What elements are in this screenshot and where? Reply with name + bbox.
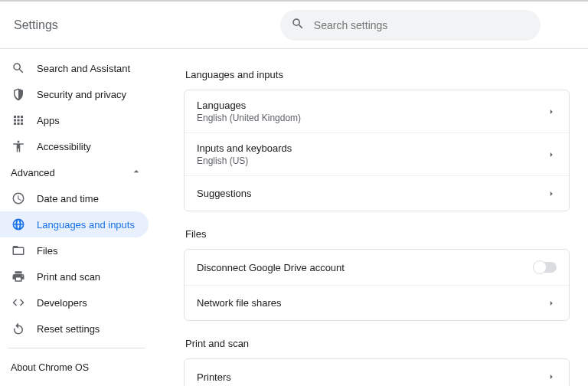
row-printers[interactable]: Printers (185, 359, 569, 386)
accessibility-icon (11, 139, 26, 154)
printer-icon (11, 269, 26, 284)
sidebar-item-label: Files (37, 245, 57, 257)
chevron-right-icon (546, 188, 557, 199)
search-icon (11, 61, 26, 76)
sidebar-item-label: Developers (37, 297, 87, 309)
card-languages: Languages English (United Kingdom) Input… (184, 90, 570, 211)
sidebar-item-label: Security and privacy (37, 89, 126, 100)
row-sub: English (United Kingdom) (197, 113, 301, 123)
row-label: Suggestions (197, 188, 252, 199)
section-title-files: Files (185, 228, 570, 240)
sidebar-item-label: Search and Assistant (37, 63, 130, 74)
sidebar-item-about[interactable]: About Chrome OS (0, 355, 153, 381)
toggle-disconnect-drive[interactable] (534, 262, 557, 273)
sidebar-item-label: Accessibility (37, 141, 91, 152)
row-suggestions[interactable]: Suggestions (185, 175, 569, 211)
divider (8, 348, 145, 348)
code-icon (11, 295, 26, 310)
section-title-languages: Languages and inputs (185, 69, 570, 80)
row-inputs-keyboards[interactable]: Inputs and keyboards English (US) (185, 132, 569, 175)
sidebar-item-files[interactable]: Files (0, 237, 149, 263)
chevron-up-icon (130, 165, 142, 180)
chevron-right-icon (546, 298, 557, 309)
chevron-right-icon (546, 149, 557, 160)
globe-icon (11, 217, 26, 232)
section-title-print: Print and scan (185, 338, 570, 349)
row-sub: English (US) (197, 155, 292, 166)
row-label: Printers (197, 371, 231, 383)
row-network-file-shares[interactable]: Network file shares (185, 285, 569, 320)
apps-grid-icon (11, 113, 26, 128)
advanced-toggle[interactable]: Advanced (0, 159, 153, 185)
app-title: Settings (14, 18, 58, 32)
reset-icon (11, 321, 26, 336)
card-print: Printers Print jobs View and manage prin… (184, 358, 570, 386)
sidebar-item-label: Date and time (37, 193, 99, 204)
clock-icon (11, 191, 26, 206)
chevron-right-icon (546, 371, 557, 382)
chevron-right-icon (546, 106, 557, 117)
row-disconnect-drive[interactable]: Disconnect Google Drive account (185, 250, 569, 285)
sidebar-item-search-assistant[interactable]: Search and Assistant (0, 55, 149, 81)
row-label: Languages (197, 100, 301, 111)
sidebar-item-reset-settings[interactable]: Reset settings (0, 316, 149, 342)
sidebar-item-languages-inputs[interactable]: Languages and inputs (0, 211, 149, 237)
card-files: Disconnect Google Drive account Network … (184, 249, 570, 321)
sidebar-item-label: Print and scan (37, 271, 100, 283)
sidebar-item-apps[interactable]: Apps (0, 107, 149, 133)
search-input[interactable] (314, 19, 530, 31)
sidebar-item-developers[interactable]: Developers (0, 290, 149, 316)
sidebar-item-label: Apps (37, 115, 60, 126)
sidebar-item-accessibility[interactable]: Accessibility (0, 133, 149, 159)
row-languages[interactable]: Languages English (United Kingdom) (185, 90, 569, 132)
search-icon (291, 17, 314, 34)
row-label: Disconnect Google Drive account (197, 262, 345, 273)
sidebar-item-label: Languages and inputs (37, 219, 135, 231)
sidebar-item-security-privacy[interactable]: Security and privacy (0, 81, 149, 107)
sidebar-item-print-scan[interactable]: Print and scan (0, 263, 149, 290)
search-box[interactable] (280, 10, 541, 41)
sidebar-item-label: Reset settings (37, 323, 100, 335)
folder-icon (11, 243, 26, 258)
shield-icon (11, 87, 26, 102)
top-bar: Settings (0, 0, 588, 49)
main-content: Languages and inputs Languages English (… (153, 49, 588, 386)
row-label: Inputs and keyboards (197, 142, 292, 154)
sidebar: Search and Assistant Security and privac… (0, 49, 153, 386)
sidebar-item-date-time[interactable]: Date and time (0, 185, 149, 211)
row-label: Network file shares (197, 297, 282, 309)
search-wrap (280, 10, 541, 41)
advanced-label: Advanced (11, 167, 55, 178)
